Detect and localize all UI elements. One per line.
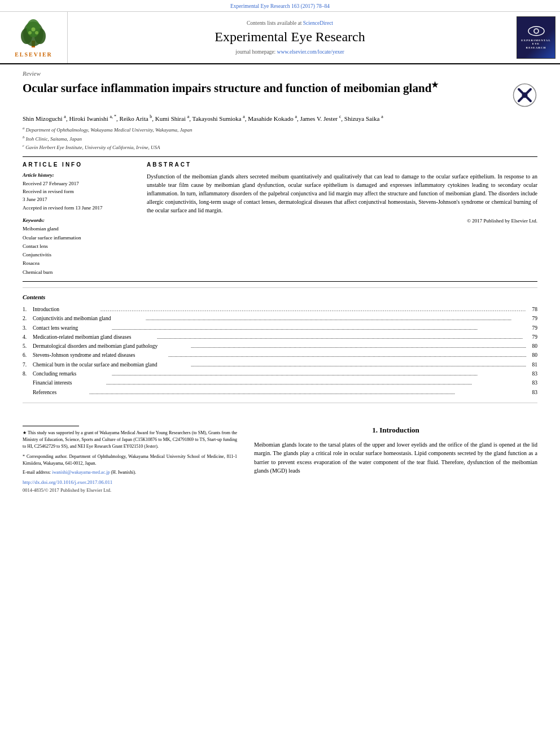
contents-page-financial: 83: [526, 378, 537, 387]
email-person: (H. Iwanishi).: [111, 470, 136, 475]
elsevier-logo: ELSEVIER: [15, 18, 53, 58]
footnotes-col: ★ This study was supported by a grant of…: [23, 426, 237, 493]
contents-num-5: 5.: [23, 342, 33, 351]
contents-num-7: 7.: [23, 360, 33, 369]
corresponding-footnote: * Corresponding author. Department of Op…: [23, 453, 237, 467]
article-dates: Received 27 February 2017 Received in re…: [23, 180, 135, 212]
contents-item-2: 2. Conjunctivitis and meibomian gland ..…: [23, 314, 537, 323]
contents-page-2: 79: [526, 314, 537, 323]
article-info-abstract-row: ARTICLE INFO Article history: Received 2…: [23, 161, 537, 277]
star-note-text: ★ This study was supported by a grant of…: [23, 430, 237, 449]
contents-item-6: 6. Stevens-Johnson syndrome and related …: [23, 351, 537, 360]
contents-label-2: Conjunctivitis and meibomian gland: [33, 314, 146, 323]
contents-num-6: 6.: [23, 351, 33, 360]
svg-point-10: [535, 29, 538, 33]
contents-dots-1: ........................................…: [100, 305, 526, 314]
article-body: Review Ocular surface inflammation impai…: [0, 64, 560, 499]
homepage-url[interactable]: www.elsevier.com/locate/yexer: [277, 49, 344, 55]
intro-heading: 1. Introduction: [254, 426, 537, 435]
contents-dots-references: ........................................…: [89, 388, 526, 397]
homepage-label: journal homepage:: [235, 49, 275, 55]
contents-label-references: References: [33, 388, 89, 397]
doi-link[interactable]: http://dx.doi.org/10.1016/j.exer.2017.06…: [23, 479, 237, 485]
contents-dots-5: ........................................…: [191, 342, 526, 351]
svg-point-15: [522, 93, 528, 98]
contents-page-5: 80: [526, 342, 537, 351]
contents-num-1: 1.: [23, 305, 33, 314]
abstract-col: ABSTRACT Dysfunction of the meibomian gl…: [147, 161, 537, 277]
contents-dots-8: ........................................…: [112, 370, 526, 378]
contents-label-3: Contact lens wearing: [33, 324, 112, 333]
contents-label-7: Chemical burn in the ocular surface and …: [33, 360, 191, 369]
contents-section: Contents 1. Introduction ...............…: [23, 287, 537, 403]
logo-text: EXPERIMENTALEYERESEARCH: [521, 39, 550, 50]
contents-num-2: 2.: [23, 314, 33, 323]
contents-dots-4: ........................................…: [157, 333, 526, 342]
doi-text: http://dx.doi.org/10.1016/j.exer.2017.06…: [23, 479, 112, 485]
abstract-label: ABSTRACT: [147, 161, 537, 168]
journal-homepage-line: journal homepage: www.elsevier.com/locat…: [235, 49, 344, 55]
contents-num-3: 3.: [23, 324, 33, 333]
contents-page-references: 83: [526, 388, 537, 397]
article-history-label: Article history:: [23, 172, 135, 178]
keywords-label: Keywords:: [23, 217, 135, 223]
journal-ref-text: Experimental Eye Research 163 (2017) 78–…: [230, 3, 330, 9]
contents-item-3: 3. Contact lens wearing ................…: [23, 324, 537, 333]
contents-dots-7: ........................................…: [191, 361, 526, 369]
journal-header: ELSEVIER Contents lists available at Sci…: [0, 12, 560, 64]
contents-page-3: 79: [526, 324, 537, 333]
introduction-col: 1. Introduction Meibomian glands locate …: [254, 426, 537, 493]
contents-available-text: Contents lists available at: [247, 20, 301, 26]
elsevier-tree-icon: [16, 18, 50, 49]
article-info-label: ARTICLE INFO: [23, 161, 135, 168]
contents-list: 1. Introduction ........................…: [23, 305, 537, 397]
journal-logo-area: EXPERIMENTALEYERESEARCH: [512, 12, 560, 63]
title-footnote-mark: ★: [431, 81, 439, 89]
contents-page-1: 78: [526, 305, 537, 314]
contents-page-4: 79: [526, 333, 537, 342]
section-divider-2: [23, 281, 537, 282]
contents-label-8: Concluding remarks: [33, 369, 112, 378]
contents-label-4: Medication-related meibomian gland disea…: [33, 333, 157, 342]
elsevier-wordmark: ELSEVIER: [15, 51, 53, 58]
contents-label-6: Stevens-Johnson syndrome and related dis…: [33, 351, 168, 360]
intro-text: Meibomian glands locate to the tarsal pl…: [254, 440, 537, 475]
contents-page-7: 81: [526, 360, 537, 369]
footnote-divider: [23, 426, 79, 426]
bottom-section: ★ This study was supported by a grant of…: [23, 426, 537, 493]
contents-num-4: 4.: [23, 333, 33, 342]
contents-page-8: 83: [526, 369, 537, 378]
contents-label-5: Dermatological disorders and meibomian g…: [33, 342, 191, 351]
article-title-row: Ocular surface inflammation impairs stru…: [23, 80, 537, 108]
keywords-list: Meibomian gland Ocular surface inflammat…: [23, 225, 135, 277]
contents-dots-3: ........................................…: [112, 324, 526, 333]
contents-item-5: 5. Dermatological disorders and meibomia…: [23, 342, 537, 351]
contents-label-1: Introduction: [33, 305, 100, 314]
authors-line: Shin Mizoguchi a, Hiroki Iwanishi a, *, …: [23, 113, 537, 123]
journal-cover-logo: EXPERIMENTALEYERESEARCH: [517, 16, 555, 59]
page: Experimental Eye Research 163 (2017) 78–…: [0, 0, 560, 499]
star-footnote: ★ This study was supported by a grant of…: [23, 430, 237, 450]
crossmark-icon: [512, 82, 537, 108]
svg-point-7: [32, 27, 36, 31]
contents-item-4: 4. Medication-related meibomian gland di…: [23, 333, 537, 342]
article-title-text: Ocular surface inflammation impairs stru…: [23, 80, 512, 95]
issn-text: 0014-4835/© 2017 Published by Elsevier L…: [23, 487, 237, 493]
affiliations: a Department of Ophthalmology, Wakayama …: [23, 125, 537, 152]
corresponding-note-text: * Corresponding author. Department of Op…: [23, 454, 237, 466]
section-divider-1: [23, 156, 537, 157]
title-main: Ocular surface inflammation impairs stru…: [23, 81, 431, 95]
abstract-text: Dysfunction of the meibomian glands alte…: [147, 172, 537, 215]
article-info-col: ARTICLE INFO Article history: Received 2…: [23, 161, 135, 277]
email-address[interactable]: iwanishi@wakayama-med.ac.jp: [52, 470, 110, 475]
science-direct-line: Contents lists available at ScienceDirec…: [247, 20, 333, 26]
science-direct-link[interactable]: ScienceDirect: [303, 20, 333, 26]
contents-item-financial: Financial interests ....................…: [23, 378, 537, 387]
svg-point-5: [28, 31, 32, 34]
email-footnote: E-mail address: iwanishi@wakayama-med.ac…: [23, 469, 237, 476]
contents-dots-6: ........................................…: [168, 351, 526, 360]
contents-label-financial: Financial interests: [33, 378, 106, 387]
abstract-copyright: © 2017 Published by Elsevier Ltd.: [147, 218, 537, 224]
elsevier-logo-area: ELSEVIER: [0, 12, 68, 63]
email-label: E-mail address:: [23, 470, 51, 475]
